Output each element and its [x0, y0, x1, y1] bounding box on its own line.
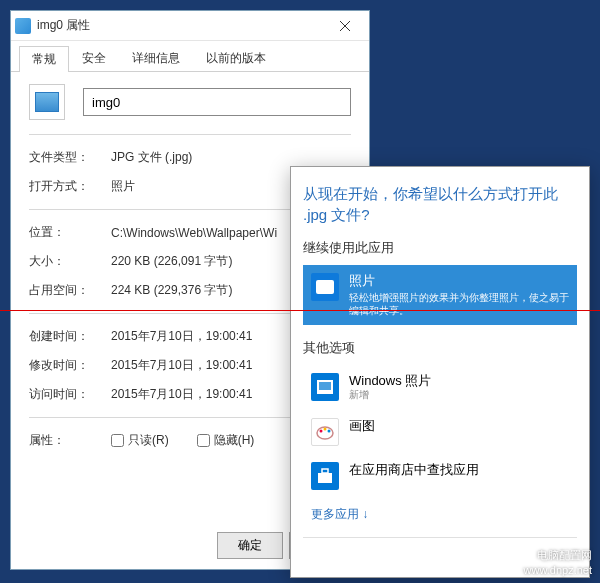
titlebar: img0 属性	[11, 11, 369, 41]
viewer-name: Windows 照片	[349, 373, 569, 389]
other-section-label: 其他选项	[303, 339, 577, 357]
more-apps-link[interactable]: 更多应用 ↓	[303, 498, 577, 531]
svg-rect-1	[319, 382, 331, 390]
accessed-label: 访问时间：	[29, 386, 111, 403]
photos-desc: 轻松地增强照片的效果并为你整理照片，使之易于编辑和共享。	[349, 291, 569, 317]
continue-section-label: 继续使用此应用	[303, 239, 577, 257]
svg-point-4	[324, 428, 327, 431]
store-name: 在应用商店中查找应用	[349, 462, 569, 478]
ok-button[interactable]: 确定	[217, 532, 283, 559]
created-label: 创建时间：	[29, 328, 111, 345]
paint-name: 画图	[349, 418, 569, 434]
openwith-title: 从现在开始，你希望以什么方式打开此 .jpg 文件?	[303, 183, 577, 225]
modified-label: 修改时间：	[29, 357, 111, 374]
svg-rect-7	[322, 469, 328, 473]
option-photos[interactable]: 照片 轻松地增强照片的效果并为你整理照片，使之易于编辑和共享。	[303, 265, 577, 325]
open-with-dialog: 从现在开始，你希望以什么方式打开此 .jpg 文件? 继续使用此应用 照片 轻松…	[290, 166, 590, 578]
window-icon	[15, 18, 31, 34]
viewer-sub: 新增	[349, 388, 569, 402]
close-icon	[340, 21, 350, 31]
option-windows-viewer[interactable]: Windows 照片 新增	[303, 365, 577, 411]
svg-rect-6	[318, 473, 332, 483]
option-paint[interactable]: 画图	[303, 410, 577, 454]
hidden-checkbox[interactable]: 隐藏(H)	[197, 432, 255, 449]
viewer-icon	[311, 373, 339, 401]
tab-previous[interactable]: 以前的版本	[193, 45, 279, 71]
location-label: 位置：	[29, 224, 111, 241]
photos-name: 照片	[349, 273, 569, 289]
size-label: 大小：	[29, 253, 111, 270]
readonly-checkbox[interactable]: 只读(R)	[111, 432, 169, 449]
annotation-line	[0, 310, 600, 311]
openwith-label: 打开方式：	[29, 178, 111, 195]
filetype-label: 文件类型：	[29, 149, 111, 166]
tab-details[interactable]: 详细信息	[119, 45, 193, 71]
close-button[interactable]	[325, 12, 365, 40]
divider	[29, 134, 351, 135]
filename-input[interactable]	[83, 88, 351, 116]
store-icon	[311, 462, 339, 490]
filetype-value: JPG 文件 (.jpg)	[111, 149, 351, 166]
tab-security[interactable]: 安全	[69, 45, 119, 71]
tab-general[interactable]: 常规	[19, 46, 69, 72]
watermark: 电脑配置网 www.dnpz.net	[524, 548, 592, 577]
readonly-input[interactable]	[111, 434, 124, 447]
divider	[303, 537, 577, 538]
svg-point-5	[328, 430, 331, 433]
photos-icon	[311, 273, 339, 301]
tab-bar: 常规 安全 详细信息 以前的版本	[11, 41, 369, 72]
hidden-input[interactable]	[197, 434, 210, 447]
option-store[interactable]: 在应用商店中查找应用	[303, 454, 577, 498]
window-title: img0 属性	[37, 17, 325, 34]
sizedisk-label: 占用空间：	[29, 282, 111, 299]
attributes-label: 属性：	[29, 432, 111, 449]
paint-icon	[311, 418, 339, 446]
file-type-icon	[29, 84, 65, 120]
svg-point-3	[320, 430, 323, 433]
